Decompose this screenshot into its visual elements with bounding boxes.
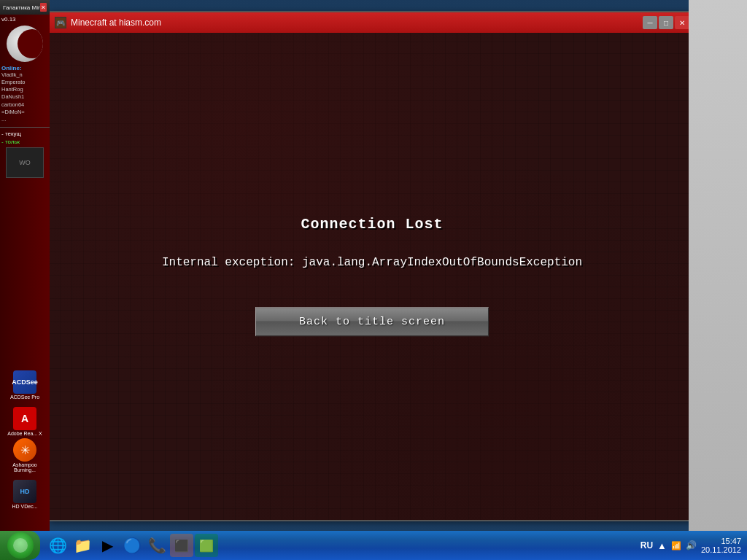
network-status-icon: 📶: [671, 541, 681, 551]
version-badge: v0.13: [0, 15, 50, 24]
hdvdec-icon[interactable]: HD HD VDec...: [4, 480, 46, 509]
galaktika-close-button[interactable]: ✕: [40, 3, 47, 12]
desktop: Галактика Minecraft ✕ v0.13 Online: Vlad…: [0, 0, 747, 560]
minecraft-window: 🎮 Minecraft at hiasm.com ─ □ ✕ Connectio…: [47, 11, 697, 521]
desktop-right-area: [689, 0, 747, 531]
player-7: ...: [1, 116, 48, 123]
start-button[interactable]: [0, 531, 40, 560]
thumb-text: WO: [19, 159, 31, 166]
player-2: Emperato: [1, 79, 48, 86]
section2-label: - тольк: [0, 138, 50, 146]
taskbar-skype-icon[interactable]: 📞: [145, 534, 169, 557]
clock: 15:47 20.11.2012: [701, 537, 741, 554]
taskbar-app1-icon[interactable]: ⬛: [170, 534, 193, 557]
clock-time: 15:47: [701, 537, 741, 545]
minecraft-icon: 🎮: [55, 17, 66, 28]
player-6: =DiMoN=: [1, 109, 48, 116]
taskbar-systray: RU ▲ 📶 🔊 15:47 20.11.2012: [635, 537, 747, 554]
player-4: DaNush1: [1, 93, 48, 101]
section1-label: - текущ: [0, 130, 50, 138]
taskbar-media-icon[interactable]: ▶: [96, 534, 119, 557]
minecraft-title-text: Minecraft at hiasm.com: [71, 18, 161, 28]
online-label: Online:: [1, 65, 48, 71]
ashampoo-icon[interactable]: ✳ Ashampoo Burning...: [4, 438, 46, 472]
galaktika-titlebar: Галактика Minecraft ✕: [0, 0, 50, 15]
minecraft-title: 🎮 Minecraft at hiasm.com: [55, 17, 161, 28]
minecraft-titlebar: 🎮 Minecraft at hiasm.com ─ □ ✕: [49, 12, 695, 33]
maximize-button[interactable]: □: [659, 16, 673, 29]
mc-dialog: Connection Lost Internal exception: java…: [153, 216, 591, 336]
taskbar-explorer-icon[interactable]: 📁: [71, 534, 94, 557]
players-list: Vladlk_n Emperato HantRog DaNush1 carbon…: [1, 71, 48, 123]
minecraft-game-area: Connection Lost Internal exception: java…: [49, 33, 695, 520]
network-icon[interactable]: ▲: [657, 540, 667, 551]
acdseepro-icon[interactable]: ACDSee ACDSee Pro: [4, 370, 46, 400]
taskbar-ie-icon[interactable]: 🌐: [46, 534, 69, 557]
language-indicator: RU: [640, 540, 653, 551]
volume-icon[interactable]: 🔊: [686, 540, 697, 551]
error-message: Internal exception: java.lang.ArrayIndex…: [153, 254, 591, 271]
start-orb-shine: [13, 538, 28, 553]
taskbar-chrome-icon[interactable]: 🔵: [120, 534, 144, 557]
player-3: HantRog: [1, 86, 48, 93]
start-orb: [7, 532, 34, 559]
close-button[interactable]: ✕: [675, 16, 689, 29]
taskbar-minecraft-icon[interactable]: 🟩: [195, 534, 218, 557]
clock-date: 20.11.2012: [701, 545, 741, 554]
moon-decoration: [7, 26, 43, 62]
back-to-title-button[interactable]: Back to title screen: [255, 308, 489, 337]
window-controls: ─ □ ✕: [643, 16, 689, 29]
player-5: carbon64: [1, 101, 48, 109]
galaktika-title-text: Галактика Minecraft: [3, 4, 40, 11]
adobe-reader-icon[interactable]: A Adobe Rea... X: [4, 407, 46, 436]
minimize-button[interactable]: ─: [643, 16, 657, 29]
sidebar-thumbnail: WO: [6, 147, 44, 178]
divider-1: [0, 127, 50, 128]
taskbar: 🌐 📁 ▶ 🔵 📞 ⬛ 🟩 RU ▲ 📶 🔊 15:47 20: [0, 531, 747, 560]
galaktika-sidebar: Галактика Minecraft ✕ v0.13 Online: Vlad…: [0, 0, 50, 531]
online-section: Online: Vladlk_n Emperato HantRog DaNush…: [0, 63, 50, 125]
taskbar-apps: 🌐 📁 ▶ 🔵 📞 ⬛ 🟩: [43, 534, 635, 557]
connection-lost-title: Connection Lost: [153, 216, 591, 233]
player-1: Vladlk_n: [1, 71, 48, 79]
